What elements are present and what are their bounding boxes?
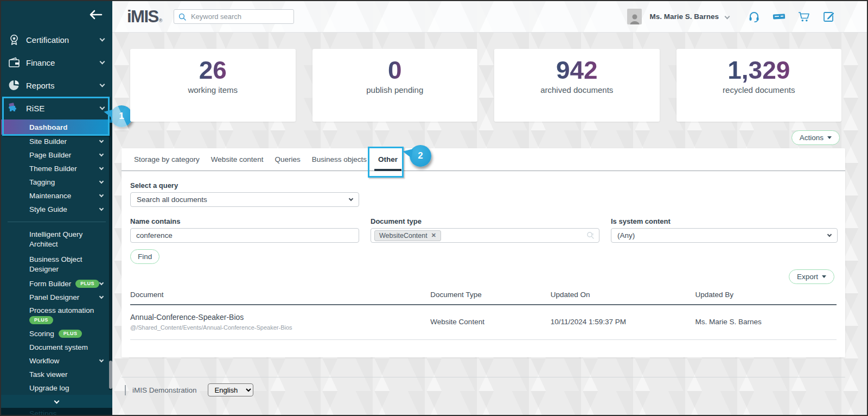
imis-logo: iMIS ®	[127, 7, 162, 27]
stat-value: 1,329	[727, 56, 790, 85]
language-select[interactable]: English	[208, 383, 253, 396]
sidebar-item-workflow[interactable]: Workflow	[1, 354, 112, 368]
sidebar-item-label: Task viewer	[29, 370, 103, 379]
document-type-cell: Website Content	[430, 305, 550, 340]
sidebar-item-label: Form Builder	[29, 280, 71, 288]
sidebar-item-scoring[interactable]: Scoring PLUS	[1, 327, 112, 341]
sidebar-item-reports[interactable]: Reports	[1, 74, 112, 97]
plus-badge: PLUS	[29, 316, 53, 324]
stat-card-recycled-documents[interactable]: 1,329 recycled documents	[676, 49, 842, 122]
support-headset-icon[interactable]	[748, 11, 761, 23]
chevron-down-icon	[99, 357, 104, 362]
content-area: 26 working items 0 publish pending 942 a…	[112, 33, 867, 415]
sidebar: Certification Finance Reports RiSE Dashb…	[1, 1, 112, 415]
sidebar-item-document-system[interactable]: Document system	[1, 341, 112, 354]
plus-badge: PLUS	[59, 330, 82, 338]
sidebar-item-label: Page Builder	[29, 151, 100, 159]
stat-value: 0	[388, 56, 402, 85]
membership-card-icon[interactable]	[773, 11, 786, 23]
chevron-down-icon	[100, 59, 105, 64]
sidebar-item-certification[interactable]: Certification	[1, 28, 112, 51]
sidebar-item-label: Workflow	[29, 357, 100, 365]
sidebar-item-site-builder[interactable]: Site Builder	[1, 135, 112, 148]
query-select-value: Search all documents	[137, 196, 207, 204]
callout-number: 2	[418, 150, 423, 161]
registered-mark: ®	[159, 18, 162, 23]
sidebar-item-dashboard[interactable]: Dashboard	[1, 119, 112, 135]
column-header-document[interactable]: Document	[130, 286, 430, 305]
sidebar-item-theme-builder[interactable]: Theme Builder	[1, 162, 112, 175]
export-button-label: Export	[797, 273, 818, 281]
imis-dashboard-screen: { "header": { "logo_text": "iMIS", "logo…	[0, 0, 868, 416]
compose-edit-icon[interactable]	[822, 11, 835, 23]
wallet-icon	[7, 56, 21, 70]
avatar[interactable]	[627, 9, 642, 24]
stat-label: archived documents	[494, 85, 660, 94]
tab-business-objects[interactable]: Business objects	[312, 155, 367, 171]
sidebar-item-business-object-designer[interactable]: Business Object Designer	[1, 252, 99, 277]
column-header-updated-by[interactable]: Updated By	[695, 286, 837, 305]
stat-card-publish-pending[interactable]: 0 publish pending	[312, 49, 478, 122]
sidebar-item-upgrade-log[interactable]: Upgrade log	[1, 381, 112, 395]
sidebar-item-page-builder[interactable]: Page Builder	[1, 148, 112, 162]
sidebar-item-style-guide[interactable]: Style Guide	[1, 203, 112, 216]
tab-website-content[interactable]: Website content	[211, 155, 264, 171]
query-select[interactable]: Search all documents	[130, 192, 359, 207]
find-button[interactable]: Find	[130, 249, 159, 264]
sidebar-item-finance[interactable]: Finance	[1, 51, 112, 74]
sidebar-item-task-viewer[interactable]: Task viewer	[1, 368, 112, 381]
sidebar-item-panel-designer[interactable]: Panel Designer	[1, 291, 112, 304]
actions-button[interactable]: Actions	[792, 130, 840, 145]
remove-chip-icon[interactable]: ✕	[431, 232, 436, 239]
sidebar-item-label: Certification	[26, 35, 100, 45]
site-name: iMIS Demonstration	[132, 386, 197, 394]
sidebar-scroll-down-button[interactable]	[1, 395, 112, 408]
keyword-search-box[interactable]	[174, 9, 294, 24]
cart-icon[interactable]	[797, 11, 810, 23]
documents-table: Document Document Type Updated On Update…	[130, 286, 837, 340]
chevron-down-icon	[99, 165, 104, 169]
column-header-updated-on[interactable]: Updated On	[551, 286, 695, 305]
name-contains-input[interactable]	[130, 228, 359, 243]
export-row: Export	[122, 269, 834, 284]
sidebar-item-rise[interactable]: RiSE	[1, 97, 112, 119]
tab-strip: Storage by category Website content Quer…	[122, 148, 845, 171]
sidebar-item-tagging[interactable]: Tagging	[1, 175, 112, 189]
stat-value: 26	[199, 56, 227, 85]
tab-other[interactable]: Other	[378, 155, 398, 171]
updated-by-cell: Ms. Marie S. Barnes	[695, 305, 837, 340]
is-system-content-select[interactable]: (Any)	[611, 228, 838, 243]
sidebar-item-label: Business Object Designer	[29, 255, 90, 274]
table-row[interactable]: Annual-Conference-Speaker-Bios @/Shared_…	[130, 305, 837, 340]
user-name[interactable]: Ms. Marie S. Barnes	[649, 12, 719, 21]
document-name[interactable]: Annual-Conference-Speaker-Bios	[130, 313, 430, 322]
sidebar-collapse-button[interactable]	[1, 1, 112, 28]
stat-label: working items	[130, 85, 296, 94]
sidebar-item-settings[interactable]: Settings	[1, 408, 112, 416]
search-input[interactable]	[191, 12, 289, 21]
sidebar-item-process-automation[interactable]: Process automation PLUS	[1, 304, 112, 327]
sidebar-item-label: Finance	[26, 58, 100, 67]
puzzle-icon	[7, 102, 21, 115]
chevron-down-icon	[54, 398, 60, 404]
tab-storage-by-category[interactable]: Storage by category	[134, 155, 200, 171]
column-header-document-type[interactable]: Document Type	[430, 286, 550, 305]
find-button-label: Find	[138, 253, 152, 261]
stat-card-working-items[interactable]: 26 working items	[130, 49, 296, 122]
sidebar-item-maintenance[interactable]: Maintenance	[1, 189, 112, 203]
table-header-row: Document Document Type Updated On Update…	[130, 286, 837, 305]
chevron-down-icon	[99, 280, 104, 285]
export-button[interactable]: Export	[789, 269, 834, 284]
main-area: iMIS ® Ms. Marie S. Barnes	[112, 1, 867, 415]
query-label: Select a query	[130, 181, 838, 190]
chevron-down-icon[interactable]	[725, 14, 730, 20]
document-type-tagbox[interactable]: WebsiteContent ✕	[371, 228, 599, 243]
sidebar-item-intelligent-query-architect[interactable]: Intelligent Query Architect	[1, 227, 99, 252]
stat-card-archived-documents[interactable]: 942 archived documents	[494, 49, 660, 122]
is-system-content-value: (Any)	[617, 231, 635, 239]
sidebar-item-label: RiSE	[26, 104, 100, 113]
is-system-content-label: Is system content	[611, 217, 838, 225]
sidebar-item-label: Panel Designer	[29, 293, 100, 301]
sidebar-item-form-builder[interactable]: Form Builder PLUS	[1, 277, 112, 291]
tab-queries[interactable]: Queries	[275, 155, 300, 171]
